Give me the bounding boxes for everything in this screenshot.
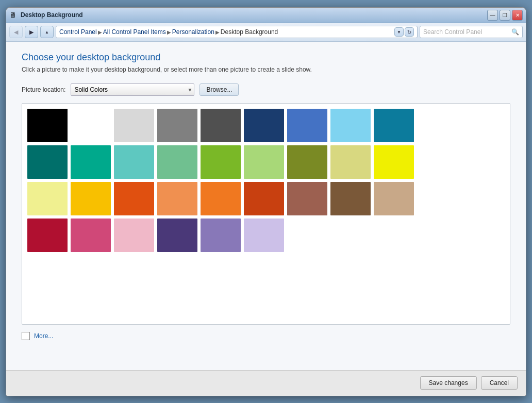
color-swatch[interactable]	[287, 109, 327, 142]
search-icon: 🔍	[511, 28, 519, 36]
search-placeholder: Search Control Panel	[423, 28, 509, 36]
breadcrumb-item-current: Desktop Background	[221, 28, 278, 36]
breadcrumb-item[interactable]: All Control Panel Items	[103, 28, 166, 36]
window-title: Desktop Background	[21, 11, 83, 19]
color-swatch[interactable]	[244, 145, 284, 179]
browse-button[interactable]: Browse...	[200, 83, 239, 96]
breadcrumb-sep: ▶	[98, 29, 102, 35]
more-checkbox[interactable]	[22, 332, 30, 340]
breadcrumb-sep: ▶	[167, 29, 171, 35]
color-row-3	[27, 182, 505, 215]
color-swatch[interactable]	[157, 109, 197, 142]
color-row-4	[27, 219, 505, 252]
location-label: Picture location:	[22, 86, 65, 93]
color-row-1	[27, 109, 505, 142]
color-swatch[interactable]	[374, 145, 414, 179]
picture-location-wrapper: Solid Colors Windows Desktop Backgrounds…	[71, 83, 194, 96]
page-subtitle: Click a picture to make it your desktop …	[22, 66, 510, 73]
color-swatch[interactable]	[114, 145, 154, 179]
breadcrumb-sep: ▶	[215, 29, 220, 35]
dropdown-button[interactable]: ▼	[394, 27, 404, 37]
color-swatch[interactable]	[374, 109, 414, 142]
color-swatch[interactable]	[114, 109, 154, 142]
color-row-2	[27, 145, 505, 179]
forward-button[interactable]: ▶	[25, 26, 38, 38]
color-swatch[interactable]	[114, 219, 154, 252]
breadcrumb: Control Panel ▶ All Control Panel Items …	[56, 26, 418, 38]
color-swatch[interactable]	[244, 182, 284, 215]
refresh-button[interactable]: ↻	[405, 27, 414, 37]
color-swatch[interactable]	[201, 219, 241, 252]
content-area: Choose your desktop background Click a p…	[6, 42, 526, 370]
color-swatch[interactable]	[330, 182, 371, 215]
location-row: Picture location: Solid Colors Windows D…	[22, 83, 510, 96]
color-swatch[interactable]	[71, 182, 111, 215]
color-swatch[interactable]	[201, 145, 241, 179]
minimize-button[interactable]: —	[487, 10, 498, 21]
color-swatch[interactable]	[330, 145, 371, 179]
title-bar: 🖥 Desktop Background — ❒ ✕	[6, 8, 526, 23]
more-link[interactable]: More...	[34, 332, 53, 340]
close-button[interactable]: ✕	[512, 10, 523, 21]
color-swatch[interactable]	[157, 219, 197, 252]
cancel-button[interactable]: Cancel	[481, 376, 518, 390]
color-swatch[interactable]	[374, 182, 414, 215]
color-swatch[interactable]	[287, 145, 327, 179]
color-swatch[interactable]	[71, 109, 111, 142]
color-swatch[interactable]	[287, 182, 327, 215]
up-button: ▲	[40, 26, 54, 38]
color-swatch[interactable]	[71, 145, 111, 179]
maximize-button[interactable]: ❒	[500, 10, 510, 21]
save-changes-button[interactable]: Save changes	[420, 376, 477, 390]
color-swatch[interactable]	[244, 109, 284, 142]
color-grid-container	[22, 103, 510, 325]
back-button[interactable]: ◀	[9, 26, 23, 38]
breadcrumb-item[interactable]: Control Panel	[59, 28, 97, 36]
color-swatch[interactable]	[157, 182, 197, 215]
footer: Save changes Cancel	[6, 370, 526, 396]
page-title: Choose your desktop background	[22, 52, 510, 63]
navigation-bar: ◀ ▶ ▲ Control Panel ▶ All Control Panel …	[6, 23, 526, 42]
color-swatch[interactable]	[27, 145, 68, 179]
color-swatch[interactable]	[27, 109, 68, 142]
color-swatch[interactable]	[114, 182, 154, 215]
color-swatch[interactable]	[201, 109, 241, 142]
color-swatch[interactable]	[71, 219, 111, 252]
search-bar[interactable]: Search Control Panel 🔍	[420, 26, 523, 38]
color-swatch[interactable]	[27, 182, 68, 215]
color-swatch[interactable]	[201, 182, 241, 215]
picture-location-select[interactable]: Solid Colors Windows Desktop Backgrounds…	[71, 83, 194, 96]
breadcrumb-item[interactable]: Personalization	[172, 28, 214, 36]
main-window: 🖥 Desktop Background — ❒ ✕ ◀ ▶ ▲ Control…	[6, 7, 526, 396]
color-swatch[interactable]	[27, 219, 68, 252]
color-swatch[interactable]	[330, 109, 371, 142]
color-swatch[interactable]	[244, 219, 284, 252]
window-icon: 🖥	[9, 11, 16, 19]
more-row: More...	[22, 332, 510, 340]
color-swatch[interactable]	[157, 145, 197, 179]
